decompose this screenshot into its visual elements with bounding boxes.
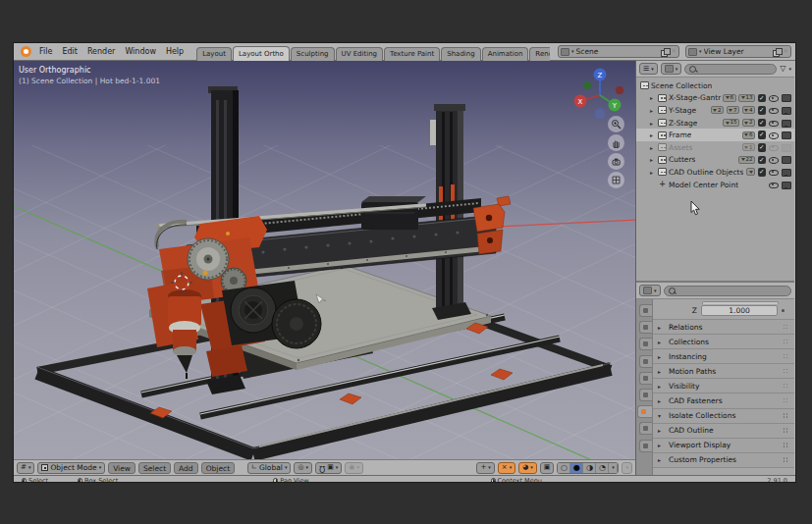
disclosure-triangle-icon[interactable]: ▸ — [650, 120, 656, 127]
panel-grip-icon[interactable] — [784, 457, 789, 462]
tab-world[interactable] — [639, 389, 652, 401]
shading-rendered-button[interactable]: ◔ — [596, 462, 609, 474]
animate-dot[interactable] — [782, 309, 785, 312]
outliner-row-y-stage[interactable]: ▸ Y-Stage 2 7 4 — [636, 104, 794, 117]
exclude-checkbox[interactable] — [758, 168, 767, 177]
disclosure-triangle-icon[interactable]: ▸ — [650, 94, 656, 101]
exclude-checkbox[interactable] — [758, 106, 767, 115]
navigation-gizmo[interactable]: Z X Y — [570, 65, 629, 122]
panel-grip-icon[interactable] — [784, 384, 789, 389]
exclude-checkbox[interactable] — [758, 143, 767, 152]
viewport-menu-view[interactable]: View — [108, 462, 135, 474]
panel-motion-paths[interactable]: ▸ Motion Paths — [653, 364, 794, 379]
outliner-row-z-stage[interactable]: ▸ Z-Stage 15 2 — [636, 117, 794, 130]
new-view-layer-icon[interactable] — [773, 48, 781, 56]
disabled-dropdown[interactable]: ▾ — [622, 462, 632, 474]
exclude-checkbox[interactable] — [758, 156, 767, 165]
outliner-search-input[interactable] — [684, 64, 777, 75]
mode-dropdown[interactable]: Object Mode ▾ — [37, 462, 105, 474]
disclosure-triangle-icon[interactable]: ▸ — [650, 169, 656, 176]
disable-viewport-icon[interactable] — [781, 168, 790, 177]
editor-type-dropdown[interactable]: # ▾ — [17, 462, 34, 474]
panel-grip-icon[interactable] — [784, 369, 789, 374]
disable-viewport-icon[interactable] — [781, 143, 790, 152]
panel-grip-icon[interactable] — [784, 428, 789, 433]
outliner-row-model-center-point[interactable]: + Model Center Point — [636, 179, 794, 191]
disable-viewport-icon[interactable] — [781, 181, 790, 189]
panel-cad-outline[interactable]: ▸ CAD Outline — [653, 424, 794, 439]
panel-grip-icon[interactable] — [784, 398, 789, 403]
hide-eye-icon[interactable] — [769, 106, 779, 115]
axis-minus-x[interactable] — [616, 86, 623, 94]
panel-isolate-collections[interactable]: ▾ Isolate Collections — [653, 409, 794, 424]
tab-physics[interactable] — [639, 440, 652, 452]
hide-eye-icon[interactable] — [769, 181, 779, 189]
tab-modifiers[interactable] — [639, 422, 652, 435]
axis-minus-z[interactable] — [595, 109, 606, 120]
remove-view-layer-icon[interactable]: ✕ — [783, 48, 788, 55]
transform-orientation-dropdown[interactable]: ∟ Global ▾ — [247, 462, 291, 474]
tab-scene[interactable] — [639, 372, 652, 385]
outliner-row-x-stage-gantry[interactable]: ▸ X-Stage-Gantry 6 13 — [636, 92, 794, 105]
view-layer-selector[interactable]: ▾ View Layer ✕ — [685, 45, 791, 58]
move-view-hand-button[interactable] — [608, 134, 624, 151]
panel-instancing[interactable]: ▸ Instancing — [653, 349, 794, 364]
tab-shading[interactable]: Shading — [441, 47, 480, 61]
properties-editor-type-dropdown[interactable]: ▾ — [639, 285, 661, 296]
outliner-row-scene-collection[interactable]: Scene Collection — [636, 79, 794, 92]
panel-grip-icon[interactable] — [784, 340, 789, 344]
menu-edit[interactable]: Edit — [57, 47, 82, 56]
outliner-display-mode-dropdown[interactable]: ▾ — [661, 63, 682, 75]
viewport-menu-select[interactable]: Select — [138, 462, 171, 474]
camera-view-button[interactable] — [608, 153, 624, 170]
hide-eye-icon[interactable] — [769, 119, 779, 128]
tab-sculpting[interactable]: Sculpting — [291, 47, 335, 61]
tab-render[interactable] — [639, 321, 652, 334]
panel-grip-icon[interactable] — [784, 354, 789, 359]
tab-view-layer[interactable] — [639, 355, 652, 368]
shading-dropdown[interactable]: ▾ — [609, 462, 618, 474]
outliner-editor-type-dropdown[interactable]: ☰ ▾ — [639, 63, 658, 75]
exclude-checkbox[interactable] — [758, 119, 767, 128]
panel-relations[interactable]: ▸ Relations — [653, 320, 794, 335]
tab-rendering[interactable]: Rendering — [529, 47, 550, 61]
new-scene-icon[interactable] — [661, 48, 669, 56]
tab-tool[interactable] — [639, 304, 652, 317]
disable-viewport-icon[interactable] — [781, 131, 790, 139]
tab-layout-ortho[interactable]: Layout Ortho — [233, 46, 290, 61]
scale-y-field-partial[interactable] — [702, 301, 779, 304]
toggle-ortho-grid-button[interactable] — [608, 172, 624, 188]
panel-collections[interactable]: ▸ Collections — [653, 335, 794, 349]
tab-object[interactable] — [637, 405, 652, 418]
scale-z-field[interactable]: 1.000 — [701, 305, 778, 316]
tab-output[interactable] — [639, 338, 652, 350]
menu-help[interactable]: Help — [161, 47, 189, 56]
outliner-row-cutters[interactable]: ▸ Cutters 22 — [636, 154, 794, 167]
panel-grip-icon[interactable] — [784, 443, 789, 447]
disable-viewport-icon[interactable] — [781, 93, 790, 102]
menu-window[interactable]: Window — [120, 47, 161, 56]
panel-visibility[interactable]: ▸ Visibility — [653, 379, 794, 393]
exclude-checkbox[interactable] — [758, 131, 767, 139]
viewport-menu-add[interactable]: Add — [174, 462, 198, 474]
show-overlays-toggle[interactable]: × ▾ — [498, 462, 515, 474]
disable-viewport-icon[interactable] — [781, 119, 790, 128]
outliner-row-cad-outline-objects[interactable]: ▸ CAD Outline Objects — [636, 166, 794, 179]
menu-render[interactable]: Render — [82, 47, 120, 56]
hide-eye-icon[interactable] — [769, 143, 779, 152]
shading-solid-button[interactable]: ● — [570, 462, 583, 474]
shading-material-button[interactable]: ◑ — [583, 462, 596, 474]
disclosure-triangle-icon[interactable]: ▸ — [650, 144, 656, 151]
snap-group[interactable]: Ω ▣ ▾ — [315, 462, 342, 474]
disable-viewport-icon[interactable] — [781, 106, 790, 115]
axis-minus-y[interactable] — [583, 81, 591, 89]
zoom-tool-button[interactable] — [608, 116, 624, 132]
viewport-canvas[interactable] — [14, 61, 636, 459]
unlink-scene-icon[interactable]: ✕ — [671, 48, 677, 55]
blender-logo-icon[interactable] — [21, 46, 31, 57]
render-pass-button[interactable]: ▣ — [540, 462, 555, 474]
show-gizmo-dropdown[interactable]: + ▾ — [476, 462, 494, 474]
pivot-point-dropdown[interactable]: ◎ ▾ — [294, 462, 312, 474]
xray-toggle[interactable]: ◕ ▾ — [518, 462, 537, 474]
proportional-editing-dropdown[interactable]: ◉ ▾ — [345, 462, 363, 474]
